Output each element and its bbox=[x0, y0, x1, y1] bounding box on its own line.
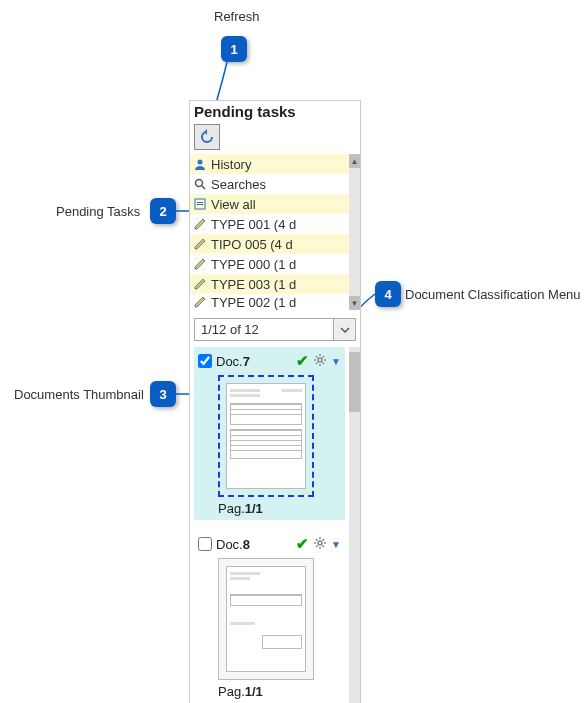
svg-point-15 bbox=[318, 541, 322, 545]
list-item-type[interactable]: TIPO 005 (4 d bbox=[190, 234, 349, 254]
pagination-dropdown[interactable] bbox=[333, 319, 355, 340]
doc-checkbox[interactable] bbox=[198, 354, 212, 368]
annotation-marker-1: 1 bbox=[221, 36, 247, 62]
page-label: Pag.1/1 bbox=[218, 501, 341, 516]
checkmark-icon: ✔ bbox=[296, 535, 309, 553]
pencil-icon bbox=[192, 276, 208, 292]
doc-label: Doc.7 bbox=[216, 354, 250, 369]
svg-rect-4 bbox=[197, 202, 203, 203]
doc-menu-dropdown[interactable]: ▼ bbox=[331, 356, 341, 367]
list-item-type[interactable]: TYPE 003 (1 d bbox=[190, 274, 349, 294]
annotation-text-doc-class-menu: Document Classification Menu bbox=[405, 287, 581, 302]
list-item-label: TIPO 005 (4 d bbox=[208, 237, 293, 252]
panel-title: Pending tasks bbox=[190, 101, 360, 124]
pencil-icon bbox=[192, 216, 208, 232]
scroll-up-icon[interactable]: ▲ bbox=[349, 154, 360, 168]
pagination-bar: 1/12 of 12 bbox=[194, 318, 356, 341]
svg-line-23 bbox=[316, 545, 318, 547]
annotation-text-documents-thumbnail: Documents Thumbnail bbox=[14, 387, 144, 402]
task-list: ▲ ▼ History Searches View all TYPE 001 (… bbox=[190, 154, 360, 310]
documents-area: Doc.7 ✔ ▼ Pag.1/1 Doc.8 bbox=[190, 347, 360, 703]
annotation-text-refresh: Refresh bbox=[214, 9, 260, 24]
page-preview bbox=[226, 383, 306, 489]
list-item-label: TYPE 001 (4 d bbox=[208, 217, 296, 232]
pencil-icon bbox=[192, 256, 208, 272]
checkmark-icon: ✔ bbox=[296, 352, 309, 370]
page-preview bbox=[226, 566, 306, 672]
magnifier-icon bbox=[192, 176, 208, 192]
list-item-history[interactable]: History bbox=[190, 154, 349, 174]
document-thumbnail[interactable] bbox=[218, 375, 314, 497]
doc-menu-dropdown[interactable]: ▼ bbox=[331, 539, 341, 550]
pending-tasks-panel: Pending tasks ▲ ▼ History Searches View … bbox=[189, 100, 361, 703]
annotation-marker-4: 4 bbox=[375, 281, 401, 307]
svg-line-11 bbox=[316, 356, 318, 358]
list-item-label: Searches bbox=[208, 177, 266, 192]
svg-point-1 bbox=[196, 180, 203, 187]
person-icon bbox=[192, 156, 208, 172]
svg-point-6 bbox=[318, 358, 322, 362]
refresh-button[interactable] bbox=[194, 124, 220, 150]
list-item-label: TYPE 002 (1 d bbox=[208, 295, 296, 310]
pagination-text: 1/12 of 12 bbox=[195, 319, 333, 340]
pencil-icon bbox=[192, 294, 208, 310]
list-item-type[interactable]: TYPE 002 (1 d bbox=[190, 294, 349, 310]
svg-line-20 bbox=[316, 539, 318, 541]
page-label: Pag.1/1 bbox=[218, 684, 341, 699]
list-item-view-all[interactable]: View all bbox=[190, 194, 349, 214]
document-thumbnail[interactable] bbox=[218, 558, 314, 680]
scroll-down-icon[interactable]: ▼ bbox=[349, 296, 360, 310]
svg-point-0 bbox=[198, 160, 203, 165]
annotation-marker-2: 2 bbox=[150, 198, 176, 224]
svg-rect-5 bbox=[197, 204, 203, 205]
annotation-marker-3: 3 bbox=[150, 381, 176, 407]
svg-line-14 bbox=[316, 362, 318, 364]
svg-line-2 bbox=[202, 186, 205, 189]
annotation-text-pending-tasks: Pending Tasks bbox=[56, 204, 140, 219]
list-item-label: TYPE 003 (1 d bbox=[208, 277, 296, 292]
list-item-label: TYPE 000 (1 d bbox=[208, 257, 296, 272]
gear-icon[interactable] bbox=[313, 536, 327, 553]
doc-checkbox[interactable] bbox=[198, 537, 212, 551]
chevron-down-icon bbox=[340, 325, 350, 335]
pencil-icon bbox=[192, 236, 208, 252]
svg-line-22 bbox=[323, 539, 325, 541]
svg-line-13 bbox=[323, 356, 325, 358]
svg-line-12 bbox=[323, 362, 325, 364]
list-item-label: History bbox=[208, 157, 251, 172]
refresh-icon bbox=[199, 129, 215, 145]
scrollbar[interactable] bbox=[349, 347, 360, 703]
list-item-type[interactable]: TYPE 001 (4 d bbox=[190, 214, 349, 234]
list-item-type[interactable]: TYPE 000 (1 d bbox=[190, 254, 349, 274]
document-card: Doc.8 ✔ ▼ Pag bbox=[194, 530, 345, 703]
scrollbar-thumb[interactable] bbox=[349, 352, 360, 412]
document-card: Doc.7 ✔ ▼ Pag.1/1 bbox=[194, 347, 345, 520]
folder-icon bbox=[192, 196, 208, 212]
list-item-label: View all bbox=[208, 197, 256, 212]
doc-label: Doc.8 bbox=[216, 537, 250, 552]
list-item-searches[interactable]: Searches bbox=[190, 174, 349, 194]
svg-line-21 bbox=[323, 545, 325, 547]
gear-icon[interactable] bbox=[313, 353, 327, 370]
